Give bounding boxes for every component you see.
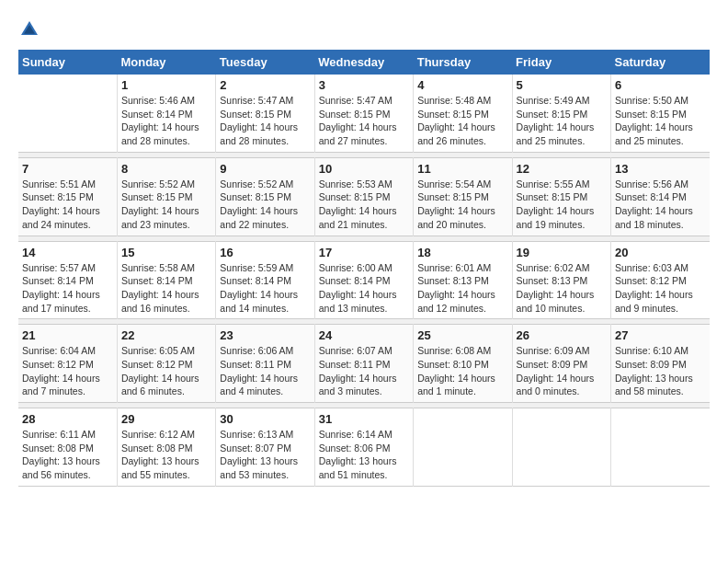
calendar-cell: 17Sunrise: 6:00 AM Sunset: 8:14 PM Dayli… xyxy=(314,241,413,319)
day-info: Sunrise: 5:59 AM Sunset: 8:14 PM Dayligh… xyxy=(220,261,310,316)
logo-icon xyxy=(18,18,40,40)
day-info: Sunrise: 6:09 AM Sunset: 8:09 PM Dayligh… xyxy=(517,344,607,398)
day-number: 18 xyxy=(417,246,507,259)
day-info: Sunrise: 6:02 AM Sunset: 8:13 PM Dayligh… xyxy=(517,261,607,316)
calendar-cell: 20Sunrise: 6:03 AM Sunset: 8:12 PM Dayli… xyxy=(611,241,710,319)
day-info: Sunrise: 5:55 AM Sunset: 8:15 PM Dayligh… xyxy=(517,178,607,232)
day-info: Sunrise: 5:53 AM Sunset: 8:15 PM Dayligh… xyxy=(319,178,409,232)
day-info: Sunrise: 6:07 AM Sunset: 8:11 PM Dayligh… xyxy=(319,344,409,398)
day-number: 29 xyxy=(121,412,211,426)
day-number: 30 xyxy=(220,412,310,426)
header-tuesday: Tuesday xyxy=(216,50,314,75)
calendar-cell: 1Sunrise: 5:46 AM Sunset: 8:14 PM Daylig… xyxy=(117,75,215,152)
calendar-cell: 27Sunrise: 6:10 AM Sunset: 8:09 PM Dayli… xyxy=(611,325,710,403)
day-info: Sunrise: 5:47 AM Sunset: 8:15 PM Dayligh… xyxy=(319,94,409,148)
header-thursday: Thursday xyxy=(414,50,512,75)
day-number: 3 xyxy=(319,78,409,92)
header-row: SundayMondayTuesdayWednesdayThursdayFrid… xyxy=(18,50,710,75)
header-friday: Friday xyxy=(512,50,610,75)
calendar-cell: 5Sunrise: 5:49 AM Sunset: 8:15 PM Daylig… xyxy=(512,75,610,152)
calendar-cell: 30Sunrise: 6:13 AM Sunset: 8:07 PM Dayli… xyxy=(216,408,314,487)
day-number: 21 xyxy=(22,328,113,342)
week-row-1: 1Sunrise: 5:46 AM Sunset: 8:14 PM Daylig… xyxy=(18,75,710,152)
calendar-cell xyxy=(414,408,512,487)
calendar-cell: 16Sunrise: 5:59 AM Sunset: 8:14 PM Dayli… xyxy=(216,241,314,319)
day-info: Sunrise: 6:01 AM Sunset: 8:13 PM Dayligh… xyxy=(417,261,507,316)
calendar-cell: 3Sunrise: 5:47 AM Sunset: 8:15 PM Daylig… xyxy=(314,75,413,152)
day-number: 24 xyxy=(319,328,409,342)
day-info: Sunrise: 6:12 AM Sunset: 8:08 PM Dayligh… xyxy=(121,428,211,482)
day-number: 6 xyxy=(615,78,706,92)
day-info: Sunrise: 5:47 AM Sunset: 8:15 PM Dayligh… xyxy=(220,94,310,148)
day-number: 23 xyxy=(220,328,310,342)
calendar-cell: 2Sunrise: 5:47 AM Sunset: 8:15 PM Daylig… xyxy=(216,75,314,152)
day-info: Sunrise: 6:10 AM Sunset: 8:09 PM Dayligh… xyxy=(615,344,706,398)
day-number: 10 xyxy=(319,162,409,176)
page-header xyxy=(18,18,710,40)
calendar-cell: 26Sunrise: 6:09 AM Sunset: 8:09 PM Dayli… xyxy=(512,325,610,403)
week-row-3: 14Sunrise: 5:57 AM Sunset: 8:14 PM Dayli… xyxy=(18,241,710,319)
calendar-cell: 13Sunrise: 5:56 AM Sunset: 8:14 PM Dayli… xyxy=(611,157,710,236)
calendar-cell: 22Sunrise: 6:05 AM Sunset: 8:12 PM Dayli… xyxy=(117,325,215,403)
calendar-cell: 18Sunrise: 6:01 AM Sunset: 8:13 PM Dayli… xyxy=(414,241,512,319)
calendar-cell: 24Sunrise: 6:07 AM Sunset: 8:11 PM Dayli… xyxy=(314,325,413,403)
day-number: 14 xyxy=(22,246,113,259)
day-info: Sunrise: 5:48 AM Sunset: 8:15 PM Dayligh… xyxy=(417,94,507,148)
day-number: 11 xyxy=(417,162,507,176)
week-row-5: 28Sunrise: 6:11 AM Sunset: 8:08 PM Dayli… xyxy=(18,408,710,487)
header-wednesday: Wednesday xyxy=(314,50,413,75)
week-row-2: 7Sunrise: 5:51 AM Sunset: 8:15 PM Daylig… xyxy=(18,157,710,236)
calendar-cell: 31Sunrise: 6:14 AM Sunset: 8:06 PM Dayli… xyxy=(314,408,413,487)
day-number: 12 xyxy=(517,162,607,176)
day-number: 5 xyxy=(517,78,607,92)
day-info: Sunrise: 6:13 AM Sunset: 8:07 PM Dayligh… xyxy=(220,428,310,482)
calendar-cell: 10Sunrise: 5:53 AM Sunset: 8:15 PM Dayli… xyxy=(314,157,413,236)
day-number: 16 xyxy=(220,246,310,259)
day-info: Sunrise: 5:58 AM Sunset: 8:14 PM Dayligh… xyxy=(121,261,211,316)
calendar-cell: 28Sunrise: 6:11 AM Sunset: 8:08 PM Dayli… xyxy=(18,408,117,487)
calendar-cell: 25Sunrise: 6:08 AM Sunset: 8:10 PM Dayli… xyxy=(414,325,512,403)
calendar-cell: 29Sunrise: 6:12 AM Sunset: 8:08 PM Dayli… xyxy=(117,408,215,487)
day-number: 1 xyxy=(121,78,211,92)
calendar-table: SundayMondayTuesdayWednesdayThursdayFrid… xyxy=(18,50,710,487)
day-info: Sunrise: 5:52 AM Sunset: 8:15 PM Dayligh… xyxy=(220,178,310,232)
week-row-4: 21Sunrise: 6:04 AM Sunset: 8:12 PM Dayli… xyxy=(18,325,710,403)
calendar-cell: 14Sunrise: 5:57 AM Sunset: 8:14 PM Dayli… xyxy=(18,241,117,319)
day-number: 4 xyxy=(417,78,507,92)
calendar-cell: 6Sunrise: 5:50 AM Sunset: 8:15 PM Daylig… xyxy=(611,75,710,152)
calendar-cell xyxy=(18,75,117,152)
day-info: Sunrise: 5:49 AM Sunset: 8:15 PM Dayligh… xyxy=(517,94,607,148)
day-number: 20 xyxy=(615,246,706,259)
calendar-cell: 23Sunrise: 6:06 AM Sunset: 8:11 PM Dayli… xyxy=(216,325,314,403)
day-number: 19 xyxy=(517,246,607,259)
day-info: Sunrise: 5:56 AM Sunset: 8:14 PM Dayligh… xyxy=(615,178,706,232)
day-number: 13 xyxy=(615,162,706,176)
calendar-cell xyxy=(611,408,710,487)
day-info: Sunrise: 6:00 AM Sunset: 8:14 PM Dayligh… xyxy=(319,261,409,316)
calendar-cell: 7Sunrise: 5:51 AM Sunset: 8:15 PM Daylig… xyxy=(18,157,117,236)
day-info: Sunrise: 5:54 AM Sunset: 8:15 PM Dayligh… xyxy=(417,178,507,232)
day-number: 27 xyxy=(615,328,706,342)
day-number: 17 xyxy=(319,246,409,259)
day-info: Sunrise: 5:51 AM Sunset: 8:15 PM Dayligh… xyxy=(22,178,113,232)
header-saturday: Saturday xyxy=(611,50,710,75)
day-info: Sunrise: 6:04 AM Sunset: 8:12 PM Dayligh… xyxy=(22,344,113,398)
day-number: 15 xyxy=(121,246,211,259)
calendar-cell: 8Sunrise: 5:52 AM Sunset: 8:15 PM Daylig… xyxy=(117,157,215,236)
day-info: Sunrise: 6:03 AM Sunset: 8:12 PM Dayligh… xyxy=(615,261,706,316)
day-number: 7 xyxy=(22,162,113,176)
day-number: 22 xyxy=(121,328,211,342)
day-info: Sunrise: 6:06 AM Sunset: 8:11 PM Dayligh… xyxy=(220,344,310,398)
calendar-cell: 11Sunrise: 5:54 AM Sunset: 8:15 PM Dayli… xyxy=(414,157,512,236)
day-number: 8 xyxy=(121,162,211,176)
day-info: Sunrise: 5:52 AM Sunset: 8:15 PM Dayligh… xyxy=(121,178,211,232)
day-number: 26 xyxy=(517,328,607,342)
logo xyxy=(18,18,44,40)
calendar-cell: 9Sunrise: 5:52 AM Sunset: 8:15 PM Daylig… xyxy=(216,157,314,236)
calendar-cell: 4Sunrise: 5:48 AM Sunset: 8:15 PM Daylig… xyxy=(414,75,512,152)
calendar-cell xyxy=(512,408,610,487)
header-monday: Monday xyxy=(117,50,215,75)
day-number: 25 xyxy=(417,328,507,342)
day-info: Sunrise: 5:46 AM Sunset: 8:14 PM Dayligh… xyxy=(121,94,211,148)
day-info: Sunrise: 5:57 AM Sunset: 8:14 PM Dayligh… xyxy=(22,261,113,316)
